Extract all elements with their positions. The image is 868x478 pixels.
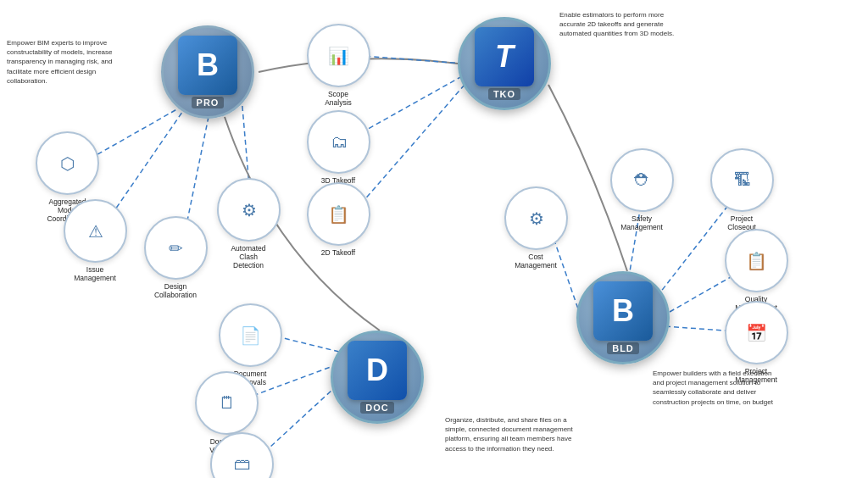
tko-product-node: T TKO [458,17,551,110]
quality-management-feature: 📋 QualityManagement [725,229,788,292]
tko-circle[interactable]: T TKO [458,17,551,110]
svg-line-13 [246,364,337,398]
svg-line-2 [185,108,210,233]
document-approvals-feature: 📄 DocumentApprovals [219,303,282,367]
pro-circle[interactable]: B PRO [161,25,254,119]
doc-label: DOC [360,402,393,414]
project-management-icon: 📅 [746,323,767,343]
design-collaboration-feature: ✏ DesignCollaboration [144,216,208,280]
design-collaboration-label: DesignCollaboration [137,282,214,299]
diagram-container: B PRO T TKO B BLD D DOC [0,0,868,478]
pro-letter: B [197,47,219,83]
doc-product-node: D DOC [331,331,424,424]
doc-annotation: Organize, distribute, and share files on… [445,415,581,453]
aggregated-model-icon: ⬡ [60,153,75,174]
safety-management-circle[interactable]: ⛑ [610,148,674,212]
safety-management-feature: ⛑ SafetyManagement [610,148,674,212]
scope-analysis-icon: 📊 [328,46,349,66]
design-collaboration-circle[interactable]: ✏ [144,216,208,280]
automated-clash-feature: ⚙ AutomatedClashDetection [217,178,281,242]
2d-takeoff-feature: 📋 2D Takeoff [307,182,370,246]
bld-product-node: B BLD [576,271,670,364]
cost-management-label: CostManagement [498,253,574,270]
aggregated-model-circle[interactable]: ⬡ [36,131,99,195]
3d-takeoff-icon: 🗂 [331,132,348,152]
3d-takeoff-circle[interactable]: 🗂 [307,110,370,174]
tko-label: TKO [488,88,520,100]
quality-management-circle[interactable]: 📋 [725,229,788,292]
bld-letter: B [612,293,634,329]
quality-management-icon: 📋 [746,251,767,271]
pro-annotation: Empower BIM experts to improve construct… [7,38,132,86]
safety-management-icon: ⛑ [634,170,651,190]
project-management-circle[interactable]: 📅 [725,301,788,364]
issue-management-feature: ⚠ IssueManagement [64,199,127,263]
document-versioning-feature: 🗒 DocumentVersioning [195,371,259,435]
cost-management-feature: ⚙ CostManagement [504,186,568,250]
cost-management-icon: ⚙ [529,208,544,229]
document-control-circle[interactable]: 🗃 [210,432,274,478]
bld-label: BLD [607,342,639,354]
project-closeout-feature: 🏗 ProjectCloseout [710,148,774,212]
bld-circle[interactable]: B BLD [576,271,670,364]
pro-icon: B [178,36,237,95]
doc-icon: D [348,341,407,400]
document-approvals-icon: 📄 [240,325,261,346]
document-versioning-icon: 🗒 [219,393,236,413]
document-control-icon: 🗃 [234,454,251,474]
document-control-feature: 🗃 DocumentControl [210,432,274,478]
automated-clash-circle[interactable]: ⚙ [217,178,281,242]
scope-analysis-circle[interactable]: 📊 [307,24,370,87]
svg-line-5 [356,76,462,136]
scope-analysis-feature: 📊 ScopeAnalysis [307,24,370,87]
bld-icon: B [593,281,653,341]
pro-label: PRO [192,97,225,108]
tko-annotation: Enable estimators to perform more accura… [559,10,687,39]
doc-letter: D [366,353,388,388]
tko-icon: T [475,27,534,86]
document-versioning-circle[interactable]: 🗒 [195,371,259,435]
3d-takeoff-feature: 🗂 3D Takeoff [307,110,370,174]
2d-takeoff-icon: 📋 [328,204,349,225]
project-management-feature: 📅 ProjectManagement [725,301,788,364]
scope-analysis-label: ScopeAnalysis [300,90,376,107]
safety-management-label: SafetyManagement [604,214,680,231]
issue-management-icon: ⚠ [88,221,103,242]
svg-line-6 [358,85,465,208]
cost-management-circle[interactable]: ⚙ [504,186,568,250]
issue-management-circle[interactable]: ⚠ [64,199,127,263]
doc-circle[interactable]: D DOC [331,331,424,424]
tko-letter: T [495,39,514,75]
aggregated-model-feature: ⬡ AggregatedModelCoordination [36,131,99,195]
automated-clash-icon: ⚙ [242,200,257,220]
automated-clash-label: AutomatedClashDetection [210,244,287,270]
project-closeout-icon: 🏗 [734,170,751,190]
2d-takeoff-label: 2D Takeoff [300,248,376,257]
pro-product-node: B PRO [161,25,254,119]
project-closeout-circle[interactable]: 🏗 [710,148,774,212]
bld-annotation: Empower builders with a field execution … [653,369,784,407]
design-collaboration-icon: ✏ [169,238,183,258]
document-approvals-circle[interactable]: 📄 [219,303,282,367]
issue-management-label: IssueManagement [57,265,133,282]
2d-takeoff-circle[interactable]: 📋 [307,182,370,246]
